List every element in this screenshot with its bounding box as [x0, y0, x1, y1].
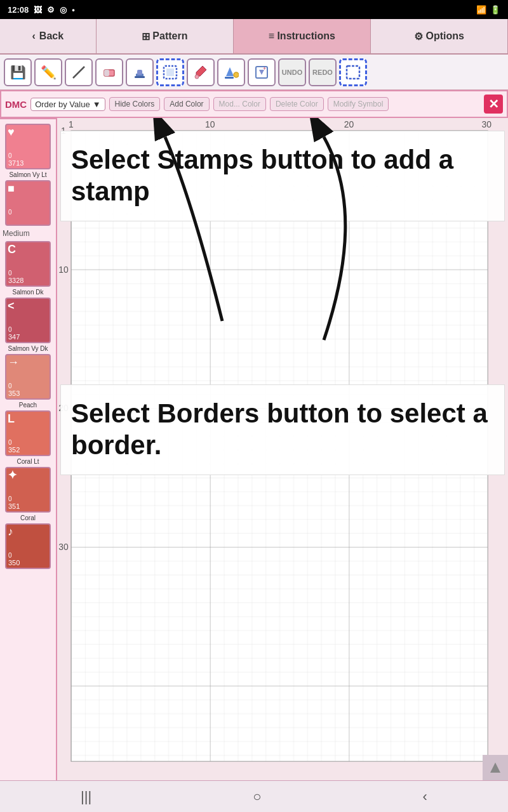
order-label: Order by Value [35, 100, 90, 109]
svg-rect-9 [225, 77, 234, 79]
add-color-button[interactable]: Add Color [164, 97, 209, 111]
swatch-name-347: Salmon Vy Dk [5, 345, 51, 352]
line-button[interactable] [65, 58, 93, 86]
swatch-symbol: ■ [8, 183, 15, 194]
swatch-number: 351 [8, 502, 20, 510]
canvas-area[interactable]: 1 10 20 30 1 10 20 30 Select Stamps butt… [57, 118, 508, 780]
instruction-text-2: Select Borders button to select a border… [71, 398, 488, 460]
swatch-count: 0 [8, 552, 12, 559]
swatch-number: 350 [8, 559, 20, 566]
photo-icon: 🖼 [34, 5, 42, 15]
swatch-name-352: Coral Lt [5, 458, 51, 465]
svg-rect-7 [166, 69, 174, 76]
svg-rect-5 [135, 76, 145, 78]
instructions-label: Instructions [277, 30, 335, 42]
swatch-count: 0 [8, 383, 12, 390]
swatch-symbol: < [8, 300, 15, 311]
svg-line-0 [73, 67, 84, 78]
svg-point-8 [195, 75, 199, 79]
svg-text:10: 10 [205, 119, 215, 129]
swatch-count: 0 [8, 209, 12, 216]
pattern-label: Pattern [152, 30, 187, 42]
dropdown-arrow-icon: ▼ [93, 100, 101, 109]
hide-colors-button[interactable]: Hide Colors [109, 97, 161, 111]
order-dropdown[interactable]: Order by Value ▼ [30, 98, 105, 111]
swatch-symbol: → [8, 357, 19, 368]
swatch-count: 0 [8, 495, 12, 502]
color-swatch-351[interactable]: ✦ 0 351 [5, 467, 51, 513]
fill-button[interactable] [217, 58, 245, 86]
instruction-block-1: Select Stamps button to add a stamp [60, 131, 505, 221]
gear-icon: ⚙ [414, 30, 423, 43]
status-bar-left: 12:08 🖼 ⚙ ◎ • [8, 5, 75, 15]
svg-marker-27 [490, 763, 500, 773]
color-swatch-352[interactable]: L 0 352 [5, 410, 51, 456]
palette-section-medium: Medium [3, 228, 53, 239]
back-label: Back [39, 30, 64, 42]
svg-point-10 [234, 72, 239, 77]
swatch-number: 3328 [8, 277, 23, 284]
dot-icon: • [72, 5, 75, 15]
redo-label: REDO [312, 69, 333, 76]
redo-button[interactable]: REDO [309, 58, 337, 86]
back-icon[interactable]: ‹ [423, 789, 427, 805]
svg-text:1: 1 [69, 119, 74, 129]
battery-icon: 🔋 [490, 5, 500, 15]
color-swatch-3713[interactable]: ♥ 0 3713 [5, 124, 51, 169]
undo-button[interactable]: UNDO [278, 58, 306, 86]
swatch-number: 352 [8, 446, 20, 454]
swatch-count: 0 [8, 439, 12, 446]
close-button[interactable]: ✕ [484, 95, 503, 114]
marquee-button[interactable] [339, 58, 367, 86]
save-button[interactable]: 💾 [4, 58, 32, 86]
svg-rect-13 [347, 66, 359, 79]
nav-tabs: ‹ Back ⊞ Pattern ≡ Instructions ⚙ Option… [0, 19, 508, 55]
pencil-button[interactable]: ✏️ [34, 58, 62, 86]
options-label: Options [425, 30, 464, 42]
options-tab[interactable]: ⚙ Options [371, 19, 508, 53]
color-swatch-353[interactable]: → 0 353 [5, 354, 51, 400]
scroll-corner [483, 755, 508, 780]
instructions-tab[interactable]: ≡ Instructions [234, 19, 371, 53]
swatch-name-351: Coral [5, 514, 51, 521]
main-area: ♥ 0 3713 Salmon Vy Lt ■ 0 Medium C 0 332… [0, 118, 508, 780]
swatch-count: 0 [8, 326, 12, 333]
delete-color-button[interactable]: Delete Color [270, 97, 324, 111]
svg-rect-2 [104, 70, 109, 76]
swatch-symbol: C [8, 244, 16, 255]
color-swatch-3328[interactable]: C 0 3328 [5, 241, 51, 287]
status-bar-right: 📶 🔋 [476, 5, 500, 15]
color-swatch-350[interactable]: ♪ 0 350 [5, 523, 51, 569]
location-icon: ◎ [60, 5, 67, 15]
modify-color-button[interactable]: Mod... Color [213, 97, 266, 111]
back-tab[interactable]: ‹ Back [0, 19, 97, 53]
swatch-name-3713: Salmon Vy Lt [5, 171, 51, 178]
modify-symbol-button[interactable]: Modify Symbol [328, 97, 389, 111]
svg-text:30: 30 [481, 119, 491, 129]
color-swatch-2[interactable]: ■ 0 [5, 180, 51, 226]
instruction-block-2: Select Borders button to select a border… [60, 384, 505, 475]
instruction-text-1: Select Stamps button to add a stamp [71, 145, 453, 206]
select-button[interactable]: + [248, 58, 276, 86]
swatch-number: 353 [8, 390, 20, 397]
svg-text:10: 10 [58, 265, 69, 275]
grid-icon: ⊞ [142, 30, 150, 43]
stamp-button[interactable] [126, 58, 154, 86]
back-chevron-icon: ‹ [32, 30, 36, 42]
color-swatch-347[interactable]: < 0 347 [5, 298, 51, 343]
toolbar: 💾 ✏️ + UNDO REDO [0, 55, 508, 90]
home-icon[interactable]: ○ [253, 789, 261, 805]
svg-text:+: + [263, 65, 266, 72]
menu-icon[interactable]: ||| [81, 789, 91, 805]
color-bar: DMC Order by Value ▼ Hide Colors Add Col… [0, 90, 508, 118]
pattern-tab[interactable]: ⊞ Pattern [97, 19, 234, 53]
eraser-button[interactable] [95, 58, 123, 86]
bottom-bar: ||| ○ ‹ [0, 780, 508, 812]
swatch-number: 3713 [8, 159, 23, 167]
dmc-label: DMC [5, 99, 27, 110]
swatch-symbol: ✦ [8, 469, 17, 481]
svg-rect-4 [137, 70, 142, 75]
border-button[interactable] [156, 58, 184, 86]
color-palette: ♥ 0 3713 Salmon Vy Lt ■ 0 Medium C 0 332… [0, 118, 57, 780]
eyedropper-button[interactable] [187, 58, 215, 86]
